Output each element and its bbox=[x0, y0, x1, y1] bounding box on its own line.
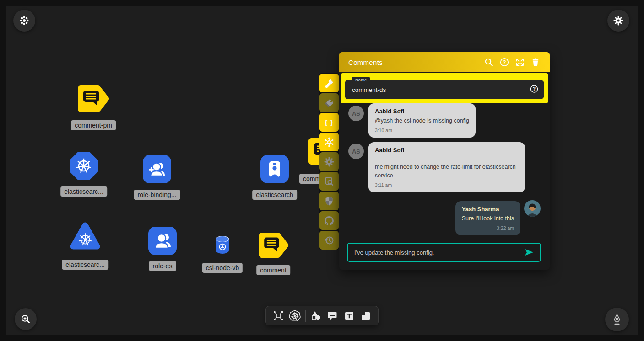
avatar: AS bbox=[348, 106, 364, 121]
zoom-in-icon bbox=[20, 314, 31, 325]
node-graph-icon bbox=[272, 310, 284, 322]
expand-icon bbox=[515, 57, 525, 67]
tag-icon bbox=[324, 97, 335, 108]
node-label[interactable]: role-es bbox=[149, 261, 176, 271]
kubernetes-hub-icon bbox=[324, 137, 335, 148]
node-label[interactable]: elasticsearc... bbox=[60, 186, 107, 197]
name-field-value: comment-ds bbox=[352, 86, 386, 93]
chat-message[interactable]: Aabid Sofi @yash the csi-node is missing… bbox=[368, 103, 476, 138]
node-comment-pm[interactable] bbox=[77, 85, 110, 113]
message-time: 3:11 am bbox=[375, 182, 519, 188]
pen-nib-icon bbox=[611, 313, 623, 326]
shapes-tool[interactable] bbox=[309, 309, 322, 322]
node-label[interactable]: comment-pm bbox=[71, 120, 116, 130]
node-role-binding[interactable] bbox=[143, 155, 171, 183]
cylinder-shape bbox=[215, 235, 230, 255]
message-author: Aabid Sofi bbox=[375, 108, 469, 115]
text-tool[interactable] bbox=[343, 309, 356, 322]
comments-panel-header[interactable]: Comments ? bbox=[339, 52, 550, 72]
delete-button[interactable] bbox=[528, 56, 543, 68]
node-label[interactable]: elasticsearc... bbox=[62, 260, 108, 270]
canvas-insert-toolbar bbox=[265, 306, 379, 325]
toolbar-divider bbox=[305, 310, 306, 322]
doc-search-tool-button[interactable] bbox=[319, 172, 339, 191]
node-label[interactable]: csi-node-vb bbox=[202, 263, 243, 273]
expand-button[interactable] bbox=[512, 56, 528, 68]
message-text: Sure I'll look into this bbox=[462, 214, 514, 223]
shield-icon bbox=[324, 196, 335, 207]
name-help-button[interactable]: ? bbox=[530, 85, 539, 95]
braces-tool-button[interactable]: { } bbox=[319, 113, 339, 132]
flower-icon bbox=[19, 16, 29, 26]
name-field[interactable]: Name comment-ds ? bbox=[345, 80, 544, 99]
node-elasticsearch-triangle[interactable] bbox=[69, 221, 101, 250]
svg-text:?: ? bbox=[533, 86, 536, 91]
send-icon bbox=[524, 248, 535, 257]
chat-message[interactable]: Yash Sharma Sure I'll look into this 3:2… bbox=[455, 201, 520, 235]
search-button[interactable] bbox=[481, 56, 497, 68]
add-people-icon bbox=[146, 158, 168, 180]
wrench-icon bbox=[324, 78, 335, 89]
node-name-section: Name comment-ds ? bbox=[341, 73, 548, 103]
history-icon bbox=[324, 235, 335, 246]
settings-tool-button[interactable] bbox=[319, 152, 339, 171]
id-badge-icon bbox=[264, 158, 286, 180]
braces-icon: { } bbox=[325, 118, 334, 126]
settings-button[interactable] bbox=[607, 10, 629, 32]
kubernetes-wheel-icon bbox=[75, 157, 92, 175]
message-text: me might need to change the rate-limit f… bbox=[375, 163, 519, 180]
gear-icon bbox=[324, 156, 335, 167]
node-csi-node-vb[interactable] bbox=[215, 235, 230, 255]
send-button[interactable] bbox=[524, 248, 535, 257]
user-photo-icon bbox=[524, 200, 541, 217]
comment-input-value: I've update the missing config. bbox=[354, 249, 524, 256]
message-time: 3:22 am bbox=[462, 225, 514, 231]
node-label[interactable]: role-binding... bbox=[134, 190, 180, 200]
triangle-shape bbox=[69, 221, 101, 250]
settings-gear-icon bbox=[613, 15, 624, 26]
github-icon bbox=[324, 215, 335, 226]
node-elasticsearch[interactable] bbox=[260, 155, 289, 183]
name-field-label: Name bbox=[352, 77, 370, 83]
node-role-es[interactable] bbox=[148, 227, 177, 255]
app-window: comment-pm elasticsearc... role-binding.… bbox=[0, 0, 644, 341]
wrench-tool-button[interactable] bbox=[319, 74, 339, 92]
avatar-photo bbox=[524, 200, 541, 217]
svg-text:?: ? bbox=[503, 59, 506, 65]
help-icon: ? bbox=[499, 57, 509, 67]
shield-tool-button[interactable] bbox=[319, 192, 339, 210]
shapes-icon bbox=[310, 310, 322, 322]
tag-tool-button[interactable] bbox=[319, 93, 339, 112]
node-comment[interactable] bbox=[258, 232, 289, 259]
node-action-toolbar: { } bbox=[319, 73, 340, 250]
help-icon: ? bbox=[530, 85, 539, 94]
comment-arrow-shape bbox=[77, 85, 110, 113]
app-menu-button[interactable] bbox=[13, 10, 35, 32]
zoom-button[interactable] bbox=[15, 308, 37, 330]
kubernetes-tool-button[interactable] bbox=[319, 133, 339, 151]
chat-message[interactable]: Aabid Sofi me might need to change the r… bbox=[368, 142, 525, 192]
message-author: Aabid Sofi bbox=[375, 147, 519, 154]
comment-input[interactable]: I've update the missing config. bbox=[347, 243, 541, 262]
node-label[interactable]: comment bbox=[256, 265, 290, 275]
text-icon bbox=[343, 310, 355, 322]
people-icon bbox=[152, 230, 173, 252]
trash-icon bbox=[530, 57, 541, 67]
comment-icon bbox=[326, 310, 338, 322]
help-button[interactable]: ? bbox=[497, 56, 512, 68]
pen-button[interactable] bbox=[605, 308, 629, 331]
avatar: AS bbox=[348, 144, 364, 159]
node-label[interactable]: elasticsearch bbox=[252, 190, 297, 200]
history-tool-button[interactable] bbox=[319, 231, 339, 250]
image-tool[interactable] bbox=[359, 309, 372, 322]
message-text: @yash the csi-node is missing config bbox=[375, 117, 469, 125]
image-icon bbox=[360, 310, 372, 322]
node-graph-tool[interactable] bbox=[272, 309, 285, 322]
panel-title: Comments bbox=[348, 59, 481, 66]
github-tool-button[interactable] bbox=[319, 211, 339, 230]
comment-tool[interactable] bbox=[326, 309, 339, 322]
doc-search-icon bbox=[324, 176, 335, 187]
kubernetes-tool[interactable] bbox=[288, 309, 301, 322]
comments-panel: Comments ? bbox=[339, 52, 550, 270]
comment-arrow-shape bbox=[258, 232, 289, 259]
